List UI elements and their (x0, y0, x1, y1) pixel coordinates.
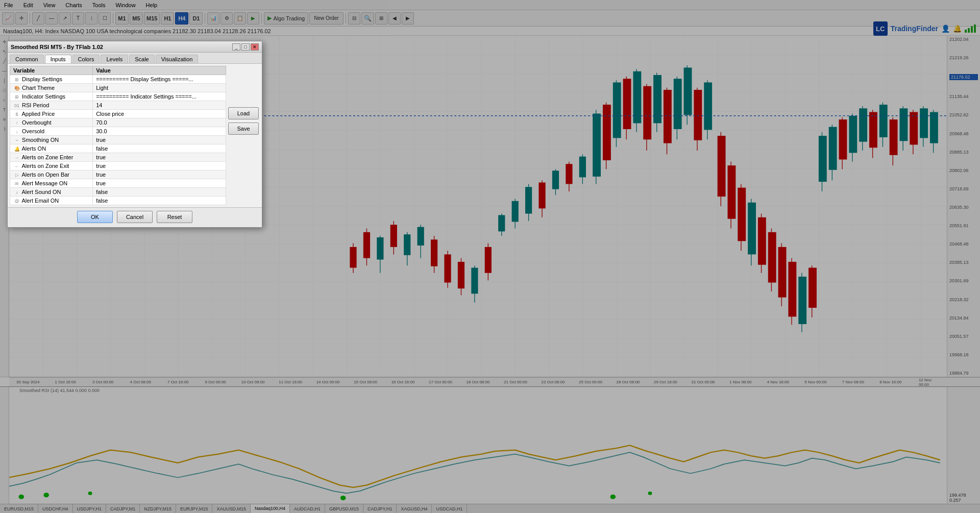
alert-sound-icon: ♪ (13, 190, 20, 195)
applied-price-icon: $ (13, 112, 20, 117)
var-applied-price: $ Applied Price (10, 110, 93, 118)
dialog-titlebar[interactable]: Smoothed RSI MT5 - By TFlab 1.02 _ □ ✕ (8, 41, 262, 53)
val-alert-sound[interactable]: false (93, 188, 226, 197)
var-zone-exit: ← Alerts on Zone Exit (10, 162, 93, 170)
display-icon: ⊞ (13, 77, 20, 82)
var-overbought: ↑ Overbought (10, 118, 93, 127)
var-indicator-settings: ⊞ Indicator Settings (10, 92, 93, 101)
dialog-controls: _ □ ✕ (232, 43, 259, 51)
chart-theme-icon: 🎨 (13, 86, 20, 91)
dialog-tab-common[interactable]: Common (10, 55, 44, 63)
row-indicator-settings: ⊞ Indicator Settings ========== Indicato… (10, 92, 226, 101)
var-open-bar: ▷ Alerts on Open Bar (10, 170, 93, 179)
col-value: Value (93, 66, 226, 75)
var-rsi-period: 01 RSI Period (10, 101, 93, 110)
dialog-tab-visualization[interactable]: Visualization (156, 55, 199, 63)
dialog-tab-levels[interactable]: Levels (101, 55, 128, 63)
row-oversold: ↓ Oversold 30.0 (10, 127, 226, 136)
val-alert-email[interactable]: false (93, 197, 226, 205)
row-alerts-on: 🔔 Alerts ON false (10, 144, 226, 153)
alert-msg-icon: ✉ (13, 181, 20, 186)
val-overbought[interactable]: 70.0 (93, 118, 226, 127)
row-chart-theme: 🎨 Chart Theme Light (10, 84, 226, 92)
val-chart-theme[interactable]: Light (93, 84, 226, 92)
val-zone-enter[interactable]: true (93, 153, 226, 162)
zone-exit-icon: ← (13, 164, 20, 169)
dialog-tab-inputs[interactable]: Inputs (45, 55, 71, 63)
dialog-body: Variable Value ⊞ Display Settings ======… (8, 64, 262, 207)
open-bar-icon: ▷ (13, 173, 20, 178)
val-rsi-period[interactable]: 14 (93, 101, 226, 110)
alert-email-icon: @ (13, 199, 20, 204)
dialog: Smoothed RSI MT5 - By TFlab 1.02 _ □ ✕ C… (7, 41, 262, 228)
dialog-tabs: Common Inputs Colors Levels Scale Visual… (8, 53, 262, 64)
smoothing-icon: ~ (13, 138, 20, 143)
row-zone-exit: ← Alerts on Zone Exit true (10, 162, 226, 170)
save-button[interactable]: Save (228, 123, 259, 135)
indicator-settings-icon: ⊞ (13, 94, 20, 100)
col-variable: Variable (10, 66, 93, 75)
val-display-settings[interactable]: ========== Display Settings =====... (93, 75, 226, 84)
var-oversold: ↓ Oversold (10, 127, 93, 136)
row-zone-enter: → Alerts on Zone Enter true (10, 153, 226, 162)
alerts-on-icon: 🔔 (13, 146, 20, 152)
var-alert-msg: ✉ Alert Message ON (10, 179, 93, 188)
overbought-icon: ↑ (13, 120, 20, 126)
dialog-minimize-btn[interactable]: _ (232, 43, 240, 51)
dialog-tab-scale[interactable]: Scale (129, 55, 155, 63)
val-indicator-settings[interactable]: ========== Indicator Settings =====... (93, 92, 226, 101)
row-alert-sound: ♪ Alert Sound ON false (10, 188, 226, 197)
dialog-close-btn[interactable]: ✕ (251, 43, 259, 51)
row-display-settings: ⊞ Display Settings ========== Display Se… (10, 75, 226, 84)
ok-button[interactable]: OK (77, 211, 113, 223)
val-oversold[interactable]: 30.0 (93, 127, 226, 136)
row-applied-price: $ Applied Price Close price (10, 110, 226, 118)
row-open-bar: ▷ Alerts on Open Bar true (10, 170, 226, 179)
dialog-title: Smoothed RSI MT5 - By TFlab 1.02 (11, 44, 103, 50)
val-open-bar[interactable]: true (93, 170, 226, 179)
var-chart-theme: 🎨 Chart Theme (10, 84, 93, 92)
row-alert-msg: ✉ Alert Message ON true (10, 179, 226, 188)
reset-button[interactable]: Reset (157, 211, 192, 223)
row-overbought: ↑ Overbought 70.0 (10, 118, 226, 127)
val-zone-exit[interactable]: true (93, 162, 226, 170)
var-alert-email: @ Alert Email ON (10, 197, 93, 205)
dialog-maximize-btn[interactable]: □ (241, 43, 250, 51)
dialog-right: Load Save (228, 107, 259, 135)
val-alerts-on[interactable]: false (93, 144, 226, 153)
var-alerts-on: 🔔 Alerts ON (10, 144, 93, 153)
dialog-tab-colors[interactable]: Colors (72, 55, 100, 63)
load-button[interactable]: Load (228, 107, 259, 119)
dialog-footer: OK Cancel Reset (8, 207, 262, 227)
val-alert-msg[interactable]: true (93, 179, 226, 188)
var-zone-enter: → Alerts on Zone Enter (10, 153, 93, 162)
val-smoothing[interactable]: true (93, 136, 226, 144)
val-applied-price[interactable]: Close price (93, 110, 226, 118)
var-smoothing: ~ Smoothing ON (10, 136, 93, 144)
oversold-icon: ↓ (13, 129, 20, 134)
var-display-settings: ⊞ Display Settings (10, 75, 93, 84)
row-rsi-period: 01 RSI Period 14 (10, 101, 226, 110)
zone-enter-icon: → (13, 155, 20, 160)
cancel-button[interactable]: Cancel (117, 211, 153, 223)
inputs-table: Variable Value ⊞ Display Settings ======… (10, 66, 226, 205)
row-smoothing: ~ Smoothing ON true (10, 136, 226, 144)
row-alert-email: @ Alert Email ON false (10, 197, 226, 205)
rsi-period-icon: 01 (13, 103, 20, 108)
var-alert-sound: ♪ Alert Sound ON (10, 188, 93, 197)
